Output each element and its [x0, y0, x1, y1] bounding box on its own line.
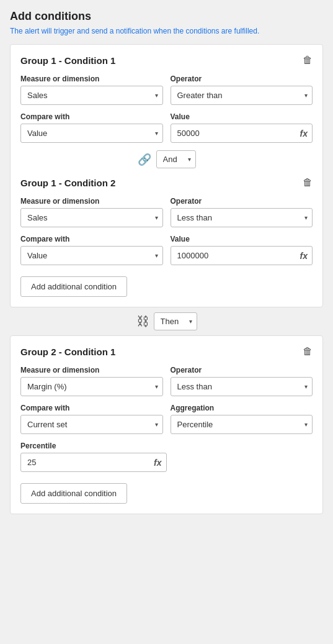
group2-percentile-label: Percentile [20, 442, 167, 450]
between-connector-select-wrapper: Then And Or ▾ [154, 312, 197, 330]
condition1-operator-group: Operator Greater than Less than Equal to… [171, 75, 313, 105]
group2-percentile-row: Percentile fx [20, 442, 313, 472]
between-connector-select[interactable]: Then And Or [154, 312, 197, 330]
condition1-measure-select-wrapper: Sales Margin (%) ▾ [20, 86, 163, 105]
condition2-row1: Measure or dimension Sales Margin (%) ▾ … [20, 197, 313, 227]
condition2-compare-group: Compare with Value Average Current set ▾ [20, 235, 163, 265]
condition2-measure-select[interactable]: Sales Margin (%) [20, 208, 163, 227]
condition1-compare-label: Compare with [20, 112, 163, 121]
condition1-compare-select[interactable]: Value Average Current set [20, 124, 163, 143]
condition1-connector-select-wrapper: And Or ▾ [156, 150, 196, 168]
group2-operator-select[interactable]: Greater than Less than Equal to [171, 377, 313, 396]
condition1-delete-icon[interactable]: 🗑 [303, 55, 313, 66]
group2-condition1-row1: Measure or dimension Sales Margin (%) ▾ … [20, 366, 313, 396]
group2-aggregation-select-wrapper: Percentile Average Median ▾ [171, 415, 313, 434]
group2-percentile-group: Percentile fx [20, 442, 167, 472]
condition1-value-label: Value [171, 112, 313, 121]
condition1-row1: Measure or dimension Sales Margin (%) ▾ … [20, 75, 313, 105]
group2-card: Group 2 - Condition 1 🗑 Measure or dimen… [10, 335, 323, 514]
condition2-delete-icon[interactable]: 🗑 [303, 177, 313, 188]
group2-compare-group: Compare with Value Average Current set ▾ [20, 404, 163, 434]
group2-add-condition-button[interactable]: Add additional condition [20, 483, 127, 504]
condition1-title: Group 1 - Condition 1 [20, 55, 115, 66]
group2-condition1-row2: Compare with Value Average Current set ▾… [20, 404, 313, 434]
group2-percentile-input-wrapper: fx [20, 453, 167, 472]
condition2-value-group: Value fx [171, 235, 313, 265]
condition1-compare-group: Compare with Value Average Current set ▾ [20, 112, 163, 143]
condition2-measure-select-wrapper: Sales Margin (%) ▾ [20, 208, 163, 227]
condition1-header: Group 1 - Condition 1 🗑 [20, 55, 313, 66]
group2-aggregation-select[interactable]: Percentile Average Median [171, 415, 313, 434]
group2-operator-group: Operator Greater than Less than Equal to… [171, 366, 313, 396]
condition2-operator-select-wrapper: Greater than Less than Equal to ▾ [171, 208, 313, 227]
condition1-value-input-wrapper: fx [171, 124, 313, 143]
group2-aggregation-label: Aggregation [171, 404, 313, 412]
condition1-value-group: Value fx [171, 112, 313, 143]
condition1-value-input[interactable] [171, 124, 313, 143]
condition2-operator-select[interactable]: Greater than Less than Equal to [171, 208, 313, 227]
condition2-fx-button[interactable]: fx [298, 250, 310, 262]
condition1-compare-select-wrapper: Value Average Current set ▾ [20, 124, 163, 143]
condition1-connector-select[interactable]: And Or [156, 150, 196, 168]
page-subtitle: The alert will trigger and send a notifi… [10, 27, 323, 35]
condition1-measure-label: Measure or dimension [20, 75, 163, 83]
condition1-link-icon: 🔗 [138, 153, 151, 166]
group2-measure-select[interactable]: Sales Margin (%) [20, 377, 163, 396]
condition1-operator-label: Operator [171, 75, 313, 83]
condition2-header: Group 1 - Condition 2 🗑 [20, 177, 313, 188]
condition2-compare-select-wrapper: Value Average Current set ▾ [20, 246, 163, 265]
group2-condition1-header: Group 2 - Condition 1 🗑 [20, 346, 313, 357]
condition2-measure-group: Measure or dimension Sales Margin (%) ▾ [20, 197, 163, 227]
group1-add-condition-button[interactable]: Add additional condition [20, 276, 127, 297]
group2-compare-select-wrapper: Value Average Current set ▾ [20, 415, 163, 434]
condition2-compare-select[interactable]: Value Average Current set [20, 246, 163, 265]
page-title: Add conditions [10, 10, 323, 23]
between-connector-row: ⛓ Then And Or ▾ [10, 312, 323, 330]
condition2-title: Group 1 - Condition 2 [20, 178, 115, 188]
condition1-fx-button[interactable]: fx [298, 127, 310, 140]
condition1-row2: Compare with Value Average Current set ▾… [20, 112, 313, 143]
condition2-compare-label: Compare with [20, 235, 163, 243]
group2-condition1-title: Group 2 - Condition 1 [20, 347, 115, 357]
condition1-operator-select[interactable]: Greater than Less than Equal to [171, 86, 313, 105]
group2-compare-select[interactable]: Value Average Current set [20, 415, 163, 434]
group2-measure-group: Measure or dimension Sales Margin (%) ▾ [20, 366, 163, 396]
condition2-operator-group: Operator Greater than Less than Equal to… [171, 197, 313, 227]
group1-card: Group 1 - Condition 1 🗑 Measure or dimen… [10, 44, 323, 307]
group2-measure-label: Measure or dimension [20, 366, 163, 374]
group2-compare-label: Compare with [20, 404, 163, 412]
condition1-measure-select[interactable]: Sales Margin (%) [20, 86, 163, 105]
condition2-measure-label: Measure or dimension [20, 197, 163, 206]
condition1-measure-group: Measure or dimension Sales Margin (%) ▾ [20, 75, 163, 105]
condition2-value-input[interactable] [171, 246, 313, 265]
group2-condition1-delete-icon[interactable]: 🗑 [303, 346, 313, 357]
group2-aggregation-group: Aggregation Percentile Average Median ▾ [171, 404, 313, 434]
condition2-operator-label: Operator [171, 197, 313, 206]
group2-percentile-fx-button[interactable]: fx [151, 456, 164, 469]
condition1-operator-select-wrapper: Greater than Less than Equal to ▾ [171, 86, 313, 105]
group2-operator-label: Operator [171, 366, 313, 374]
condition2-value-input-wrapper: fx [171, 246, 313, 265]
group2-operator-select-wrapper: Greater than Less than Equal to ▾ [171, 377, 313, 396]
condition2-row2: Compare with Value Average Current set ▾… [20, 235, 313, 265]
condition2-value-label: Value [171, 235, 313, 243]
between-link-icon: ⛓ [136, 314, 149, 329]
group2-percentile-input[interactable] [20, 453, 167, 472]
condition1-connector-row: 🔗 And Or ▾ [20, 150, 313, 168]
group2-measure-select-wrapper: Sales Margin (%) ▾ [20, 377, 163, 396]
